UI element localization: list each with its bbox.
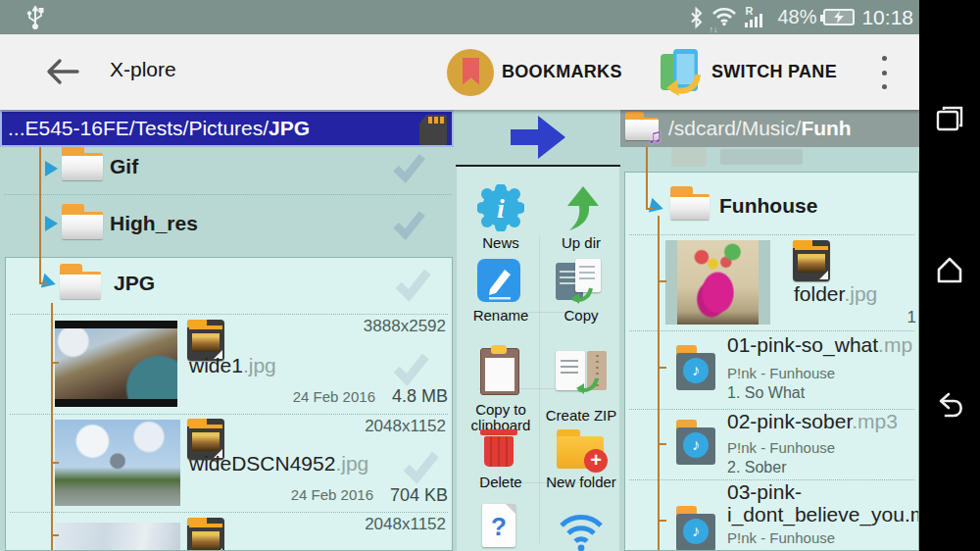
- check-icon[interactable]: [392, 264, 433, 303]
- left-pane: Gif High_res JPG: [0, 110, 456, 551]
- tree-line: [51, 362, 59, 364]
- status-bar: ↑↓ R 48% 10:18: [0, 0, 919, 34]
- bookmarks-button[interactable]: BOOKMARKS: [447, 34, 622, 110]
- button-label: Rename: [462, 308, 540, 324]
- folder-row-jpg[interactable]: JPG: [6, 258, 453, 313]
- switch-pane-label: SWITCH PANE: [711, 62, 837, 82]
- sd-card-icon: [419, 115, 447, 145]
- ghost-row: [671, 147, 867, 171]
- button-label: News: [462, 235, 540, 251]
- recents-button[interactable]: [933, 102, 966, 135]
- image-thumbnail[interactable]: [55, 420, 180, 506]
- file-row-partial[interactable]: 2048x1152: [6, 513, 453, 551]
- tree-line: [658, 443, 666, 445]
- check-icon[interactable]: [390, 206, 427, 241]
- folder-row-high-res[interactable]: High_res: [0, 196, 456, 253]
- album-art-thumbnail[interactable]: [665, 240, 770, 325]
- switch-pane-icon: [659, 47, 704, 98]
- clipboard-icon: [480, 348, 519, 395]
- file-row-03-pink-i-dont-believe-you[interactable]: ♪ 03-pink- i_dont_believe_you.m P!nk - F…: [625, 480, 919, 551]
- up-dir-icon: [560, 184, 603, 231]
- file-detail-clipped: 1: [907, 308, 916, 327]
- page-title: X-plore: [110, 58, 176, 81]
- check-icon[interactable]: [400, 446, 441, 485]
- path-text: ...E545-16FE/Tests/Pictures/JPG: [8, 117, 310, 140]
- expander-icon[interactable]: [45, 161, 58, 176]
- folder-name: JPG: [114, 272, 155, 295]
- svg-text:i: i: [497, 193, 505, 224]
- mp3-file-icon: ♪: [676, 345, 715, 390]
- app-toolbar: X-plore BOOKMARKS SWITCH PANE: [0, 34, 919, 110]
- folder-icon: [62, 145, 103, 180]
- trash-icon: [482, 429, 515, 467]
- expander-icon[interactable]: [45, 216, 58, 231]
- file-size: 704 KB: [390, 485, 448, 506]
- file-row-widedscn4952[interactable]: 2048x1152 wideDSCN4952.jpg 24 Feb 2016 7…: [6, 415, 453, 511]
- button-label: New folder: [542, 475, 620, 490]
- wifi-traffic-arrows: ↑↓: [709, 25, 717, 34]
- right-path-bar[interactable]: ♫ /sdcard/Music/Funh: [620, 110, 919, 147]
- tree-line: [646, 145, 648, 210]
- tree-line: [39, 282, 47, 284]
- tree-line: [51, 303, 53, 551]
- button-label: Up dir: [542, 235, 620, 251]
- pane-direction-arrow-icon: [509, 113, 567, 162]
- row-separator: [4, 194, 452, 195]
- button-label: Delete: [462, 475, 540, 490]
- folder-row-gif[interactable]: Gif: [0, 147, 456, 193]
- jpeg-file-icon: [793, 240, 830, 281]
- copy-button[interactable]: Copy: [542, 259, 620, 353]
- file-resolution: 2048x1152: [365, 417, 446, 436]
- status-icons: ↑↓ R 48% 10:18: [689, 0, 913, 34]
- jpeg-file-icon: [187, 518, 224, 551]
- wifi-icon: [558, 512, 605, 551]
- file-size: 4.8 MB: [392, 386, 448, 407]
- back-button[interactable]: [45, 56, 80, 87]
- album-label: P!nk - Funhouse: [727, 439, 835, 456]
- rename-button[interactable]: Rename: [462, 259, 540, 353]
- overflow-menu-button[interactable]: [874, 56, 894, 89]
- button-label: Create ZIP: [542, 408, 620, 424]
- file-date: 24 Feb 2016: [293, 388, 375, 405]
- bookmarks-label: BOOKMARKS: [502, 62, 622, 82]
- tree-line: [658, 280, 666, 282]
- back-nav-button[interactable]: [933, 390, 966, 424]
- file-name-line1: 03-pink-: [727, 480, 802, 504]
- folder-icon: [62, 204, 103, 239]
- image-thumbnail[interactable]: [55, 321, 177, 407]
- folder-icon: [60, 264, 101, 299]
- file-row-02-pink-sober[interactable]: ♪ 02-pink-sober.mp3 P!nk - Funhouse 2. S…: [625, 410, 919, 480]
- file-row-wide1[interactable]: 3888x2592 wide1.jpg 24 Feb 2016 4.8 MB: [6, 315, 453, 413]
- file-row-01-pink-so-what[interactable]: ♪ 01-pink-so_what.mp P!nk - Funhouse 1. …: [625, 331, 919, 408]
- tool-button-panel: i News Up dir Rename: [456, 167, 620, 551]
- file-name: wide1.jpg: [189, 354, 276, 377]
- wifi-status-icon: ↑↓: [710, 5, 738, 30]
- bluetooth-icon: [689, 6, 704, 29]
- folder-row-funhouse[interactable]: Funhouse: [625, 173, 919, 233]
- clock: 10:18: [861, 6, 913, 29]
- file-name: 02-pink-sober.mp3: [727, 410, 898, 433]
- check-icon[interactable]: [390, 149, 427, 184]
- button-label: Copy: [542, 308, 620, 324]
- wifi-tool-button[interactable]: [542, 512, 620, 551]
- help-button[interactable]: ?: [462, 504, 540, 551]
- bookmark-icon: [447, 49, 494, 96]
- track-label: 1. So What: [727, 384, 805, 402]
- new-folder-button[interactable]: + New folder: [542, 427, 620, 518]
- jpg-folder-section: JPG 3888x2592 wide1.jpg: [5, 257, 453, 551]
- track-label: 2. Sober: [727, 459, 786, 476]
- left-path-bar[interactable]: ...E545-16FE/Tests/Pictures/JPG: [0, 110, 454, 147]
- tree-line: [658, 216, 660, 551]
- tree-line: [646, 208, 654, 210]
- file-name: wideDSCN4952.jpg: [189, 452, 368, 476]
- home-button[interactable]: [933, 253, 966, 286]
- image-thumbnail[interactable]: [55, 523, 180, 551]
- switch-pane-button[interactable]: SWITCH PANE: [659, 34, 837, 110]
- folder-name: Funhouse: [719, 194, 817, 218]
- tree-line: [658, 520, 666, 522]
- help-icon: ?: [482, 504, 515, 547]
- file-row-folder-jpg[interactable]: folder.jpg 1: [625, 235, 919, 329]
- battery-percent: 48%: [777, 6, 816, 28]
- check-icon[interactable]: [390, 348, 431, 387]
- music-folder-icon: ♫: [625, 112, 662, 145]
